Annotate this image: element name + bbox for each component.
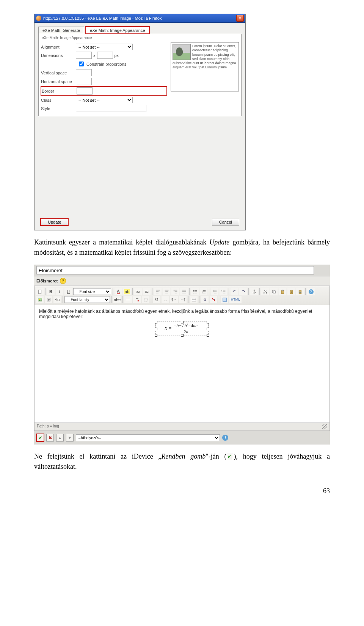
tab-generate[interactable]: eXe Math: Generate — [38, 27, 84, 34]
table-button[interactable] — [190, 296, 198, 303]
formula-image[interactable]: x = −b±√b2−4ac 2a — [155, 322, 209, 336]
insert-image-button[interactable] — [36, 296, 44, 303]
svg-rect-13 — [282, 290, 283, 290]
delete-button[interactable]: ✖ — [46, 434, 54, 442]
border-input[interactable] — [77, 87, 93, 95]
move-select[interactable]: –Áthelyezés– — [76, 434, 220, 441]
idevice-footer: ✔ ✖ ▲ ▼ –Áthelyezés– i — [34, 431, 330, 445]
hr-button[interactable]: — — [124, 296, 132, 303]
dim-unit: px — [115, 53, 119, 58]
copy-button[interactable] — [270, 288, 278, 295]
vspace-label: Vertical space — [41, 71, 76, 75]
info-icon[interactable]: i — [222, 435, 228, 441]
font-family-select[interactable]: -- Font family -- — [64, 296, 110, 303]
resize-grip[interactable] — [322, 424, 327, 429]
latex-dialog-window: http://127.0.0.1:51235 - eXe LaTeX Math … — [34, 14, 246, 230]
indent-button[interactable] — [220, 288, 227, 295]
newdoc-icon[interactable] — [36, 288, 44, 295]
undo-button[interactable] — [231, 288, 238, 295]
paste-text-button[interactable]: T — [287, 288, 295, 295]
window-title: http://127.0.0.1:51235 - eXe LaTeX Math … — [43, 16, 236, 20]
class-select[interactable]: -- Not set -- — [76, 97, 133, 103]
html-source-button[interactable]: HTML — [229, 296, 242, 303]
outdent-button[interactable] — [211, 288, 218, 295]
title-field-row — [34, 265, 330, 276]
width-input[interactable] — [76, 52, 92, 59]
svg-point-1 — [193, 290, 194, 291]
paragraph-2: Ne felejtsünk el kattintani az iDevice „… — [34, 451, 330, 472]
hspace-label: Horizontal space — [41, 79, 76, 84]
alignment-label: Alignment — [41, 45, 76, 49]
toggle-guidelines-button[interactable] — [142, 296, 149, 303]
dim-times: x — [93, 53, 96, 58]
dimensions-label: Dimensions — [41, 53, 76, 58]
idevice-title-input[interactable] — [36, 266, 314, 274]
remove-format-button[interactable] — [133, 296, 141, 303]
constrain-checkbox[interactable] — [79, 61, 84, 66]
italic-button[interactable]: I — [56, 288, 63, 295]
svg-point-9 — [266, 292, 267, 293]
firefox-icon — [36, 16, 41, 21]
svg-text:W: W — [299, 291, 301, 293]
bold-button[interactable]: B — [47, 288, 55, 295]
preview-pane: Lorem ipsum. Dolor sit amet, consectetue… — [171, 42, 239, 91]
align-right-button[interactable] — [171, 288, 179, 295]
superscript-button[interactable]: x2 — [143, 288, 151, 295]
anchor-button[interactable] — [250, 288, 258, 295]
done-button[interactable]: ✔ — [36, 434, 44, 442]
number-list-button[interactable]: 123 — [200, 288, 207, 295]
link-button[interactable] — [201, 296, 209, 303]
unlink-button[interactable] — [210, 296, 217, 303]
insert-media-button[interactable] — [45, 296, 52, 303]
section-label: Előismeret — [36, 279, 58, 283]
subscript-button[interactable]: x2 — [134, 288, 142, 295]
svg-text:T: T — [290, 291, 292, 293]
alignment-select[interactable]: -- Not set -- — [76, 44, 133, 50]
help-toolbar-icon[interactable]: ? — [307, 288, 315, 295]
hspace-input[interactable] — [76, 78, 92, 85]
cancel-button[interactable]: Cancel — [212, 219, 239, 225]
vspace-input[interactable] — [76, 69, 92, 76]
update-button[interactable]: Update — [41, 219, 68, 225]
move-down-button[interactable]: ▼ — [66, 434, 74, 442]
close-icon[interactable]: × — [236, 15, 244, 22]
svg-point-2 — [193, 291, 194, 292]
border-label: Border — [42, 89, 77, 93]
editor-content[interactable]: Mielőtt a mélyére hatolnánk az általános… — [34, 305, 330, 423]
paste-word-button[interactable]: W — [296, 288, 304, 295]
preview-thumbnail — [173, 44, 191, 60]
forecolor-button[interactable]: A — [115, 288, 122, 295]
move-up-button[interactable]: ▲ — [56, 434, 64, 442]
redo-button[interactable] — [239, 288, 247, 295]
font-size-select[interactable]: -- Font size -- — [73, 288, 111, 295]
fullscreen-button[interactable] — [221, 296, 228, 303]
rtl-button[interactable]: ←¶ — [179, 296, 187, 303]
svg-rect-22 — [144, 298, 147, 301]
charmap-button[interactable]: Ω — [153, 296, 160, 303]
checkmark-icon — [227, 454, 233, 460]
ltr-button[interactable]: ¶→ — [170, 296, 178, 303]
editor-toolbar: B I U -- Font size -- A ab x2 x2 123 — [34, 286, 330, 305]
paste-button[interactable] — [279, 288, 286, 295]
style-label: Style — [41, 106, 76, 111]
strike-button[interactable]: abc — [113, 296, 121, 303]
cut-button[interactable] — [261, 288, 269, 295]
constrain-label: Constrain proportions — [86, 62, 126, 66]
bullet-list-button[interactable] — [191, 288, 199, 295]
svg-point-7 — [254, 290, 254, 290]
align-center-button[interactable] — [163, 288, 170, 295]
align-justify-button[interactable] — [180, 288, 188, 295]
height-input[interactable] — [97, 52, 113, 59]
svg-rect-24 — [223, 298, 226, 301]
paragraph-1: Kattintsunk egyszer a matematikai képlet… — [34, 237, 330, 258]
help-icon[interactable]: ? — [60, 278, 66, 284]
class-label: Class — [41, 98, 76, 102]
insert-math-button[interactable]: √α — [53, 296, 61, 303]
content-paragraph: Mielőtt a mélyére hatolnánk az általános… — [39, 309, 325, 319]
backcolor-button[interactable]: ab — [123, 288, 131, 295]
underline-button[interactable]: U — [64, 288, 72, 295]
align-left-button[interactable] — [154, 288, 162, 295]
style-input[interactable] — [76, 105, 146, 112]
nbsp-button[interactable]: ⎵ — [162, 296, 169, 303]
tab-image-appearance[interactable]: eXe Math: Image Appearance — [86, 27, 149, 34]
